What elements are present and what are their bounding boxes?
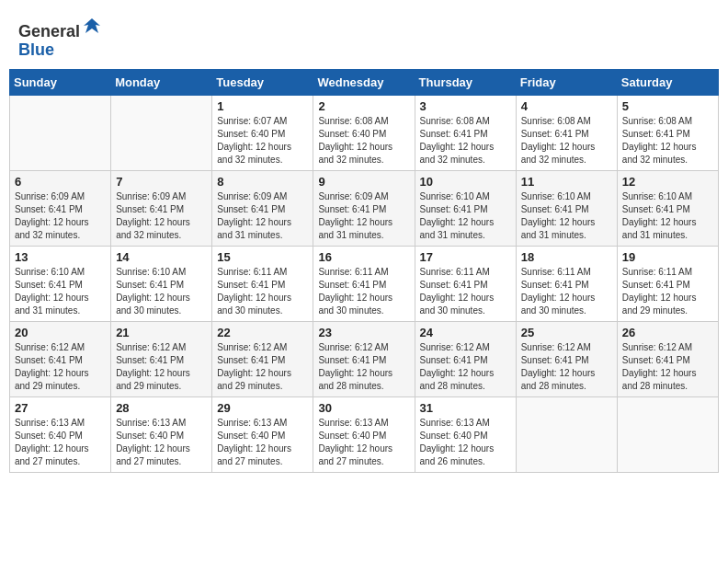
logo: General Blue — [18, 17, 102, 60]
weekday-saturday: Saturday — [617, 69, 718, 95]
day-number: 21 — [116, 326, 207, 339]
calendar-cell: 14Sunrise: 6:10 AM Sunset: 6:41 PM Dayli… — [111, 246, 212, 321]
calendar-week-5: 27Sunrise: 6:13 AM Sunset: 6:40 PM Dayli… — [10, 396, 719, 472]
calendar-week-1: 1Sunrise: 6:07 AM Sunset: 6:40 PM Daylig… — [10, 95, 719, 170]
day-number: 2 — [318, 99, 409, 113]
logo-blue-text: Blue — [18, 40, 54, 59]
day-number: 6 — [15, 175, 106, 189]
day-number: 7 — [116, 175, 207, 189]
day-info: Sunrise: 6:11 AM Sunset: 6:41 PM Dayligh… — [521, 266, 612, 317]
day-info: Sunrise: 6:11 AM Sunset: 6:41 PM Dayligh… — [318, 266, 409, 317]
day-info: Sunrise: 6:10 AM Sunset: 6:41 PM Dayligh… — [116, 266, 207, 317]
day-info: Sunrise: 6:13 AM Sunset: 6:40 PM Dayligh… — [318, 417, 409, 468]
calendar-cell: 7Sunrise: 6:09 AM Sunset: 6:41 PM Daylig… — [111, 170, 212, 246]
calendar-cell: 25Sunrise: 6:12 AM Sunset: 6:41 PM Dayli… — [516, 321, 617, 396]
day-number: 31 — [420, 401, 511, 415]
day-number: 1 — [217, 99, 308, 113]
day-info: Sunrise: 6:08 AM Sunset: 6:41 PM Dayligh… — [622, 115, 713, 167]
logo-general-text: General — [18, 22, 80, 40]
day-number: 8 — [217, 175, 308, 189]
day-number: 5 — [622, 99, 713, 113]
calendar-cell: 24Sunrise: 6:12 AM Sunset: 6:41 PM Dayli… — [415, 321, 516, 396]
day-number: 10 — [420, 175, 511, 189]
day-info: Sunrise: 6:09 AM Sunset: 6:41 PM Dayligh… — [318, 190, 409, 242]
calendar-cell — [617, 396, 718, 472]
calendar-cell: 15Sunrise: 6:11 AM Sunset: 6:41 PM Dayli… — [212, 246, 313, 321]
calendar-cell: 29Sunrise: 6:13 AM Sunset: 6:40 PM Dayli… — [212, 396, 313, 472]
day-info: Sunrise: 6:09 AM Sunset: 6:41 PM Dayligh… — [217, 190, 308, 242]
day-info: Sunrise: 6:09 AM Sunset: 6:41 PM Dayligh… — [15, 190, 106, 242]
calendar-body: 1Sunrise: 6:07 AM Sunset: 6:40 PM Daylig… — [10, 95, 719, 472]
day-info: Sunrise: 6:12 AM Sunset: 6:41 PM Dayligh… — [622, 341, 713, 393]
day-number: 27 — [15, 401, 106, 415]
weekday-tuesday: Tuesday — [212, 69, 313, 95]
calendar-cell: 10Sunrise: 6:10 AM Sunset: 6:41 PM Dayli… — [415, 170, 516, 246]
day-info: Sunrise: 6:11 AM Sunset: 6:41 PM Dayligh… — [420, 266, 511, 317]
calendar-cell: 5Sunrise: 6:08 AM Sunset: 6:41 PM Daylig… — [617, 95, 718, 170]
day-number: 15 — [217, 250, 308, 264]
calendar-cell: 18Sunrise: 6:11 AM Sunset: 6:41 PM Dayli… — [516, 246, 617, 321]
calendar-week-4: 20Sunrise: 6:12 AM Sunset: 6:41 PM Dayli… — [10, 321, 719, 396]
weekday-friday: Friday — [516, 69, 617, 95]
day-info: Sunrise: 6:12 AM Sunset: 6:41 PM Dayligh… — [217, 341, 308, 393]
day-info: Sunrise: 6:12 AM Sunset: 6:41 PM Dayligh… — [15, 341, 106, 393]
day-info: Sunrise: 6:07 AM Sunset: 6:40 PM Dayligh… — [217, 115, 308, 167]
calendar-cell: 17Sunrise: 6:11 AM Sunset: 6:41 PM Dayli… — [415, 246, 516, 321]
calendar-cell: 31Sunrise: 6:13 AM Sunset: 6:40 PM Dayli… — [415, 396, 516, 472]
calendar-cell: 6Sunrise: 6:09 AM Sunset: 6:41 PM Daylig… — [10, 170, 111, 246]
day-number: 22 — [217, 326, 308, 339]
weekday-wednesday: Wednesday — [313, 69, 415, 95]
day-number: 23 — [318, 326, 409, 339]
weekday-sunday: Sunday — [10, 69, 111, 95]
weekday-header-row: SundayMondayTuesdayWednesdayThursdayFrid… — [10, 69, 719, 95]
calendar-cell: 21Sunrise: 6:12 AM Sunset: 6:41 PM Dayli… — [111, 321, 212, 396]
calendar-table: SundayMondayTuesdayWednesdayThursdayFrid… — [9, 69, 719, 473]
calendar-cell: 3Sunrise: 6:08 AM Sunset: 6:41 PM Daylig… — [415, 95, 516, 170]
day-info: Sunrise: 6:08 AM Sunset: 6:41 PM Dayligh… — [521, 115, 612, 167]
weekday-thursday: Thursday — [415, 69, 516, 95]
calendar-cell: 27Sunrise: 6:13 AM Sunset: 6:40 PM Dayli… — [10, 396, 111, 472]
calendar-cell: 2Sunrise: 6:08 AM Sunset: 6:40 PM Daylig… — [313, 95, 415, 170]
day-number: 25 — [521, 326, 612, 339]
logo-bird-icon — [82, 17, 102, 37]
day-info: Sunrise: 6:13 AM Sunset: 6:40 PM Dayligh… — [420, 417, 511, 468]
calendar-cell: 8Sunrise: 6:09 AM Sunset: 6:41 PM Daylig… — [212, 170, 313, 246]
day-number: 14 — [116, 250, 207, 264]
day-info: Sunrise: 6:10 AM Sunset: 6:41 PM Dayligh… — [521, 190, 612, 242]
calendar-cell: 19Sunrise: 6:11 AM Sunset: 6:41 PM Dayli… — [617, 246, 718, 321]
day-number: 16 — [318, 250, 409, 264]
day-number: 30 — [318, 401, 409, 415]
day-number: 17 — [420, 250, 511, 264]
day-number: 9 — [318, 175, 409, 189]
day-number: 20 — [15, 326, 106, 339]
calendar-cell: 20Sunrise: 6:12 AM Sunset: 6:41 PM Dayli… — [10, 321, 111, 396]
day-info: Sunrise: 6:10 AM Sunset: 6:41 PM Dayligh… — [15, 266, 106, 317]
day-info: Sunrise: 6:12 AM Sunset: 6:41 PM Dayligh… — [420, 341, 511, 393]
day-number: 3 — [420, 99, 511, 113]
day-info: Sunrise: 6:08 AM Sunset: 6:41 PM Dayligh… — [420, 115, 511, 167]
day-info: Sunrise: 6:12 AM Sunset: 6:41 PM Dayligh… — [116, 341, 207, 393]
calendar-cell: 13Sunrise: 6:10 AM Sunset: 6:41 PM Dayli… — [10, 246, 111, 321]
calendar-cell: 30Sunrise: 6:13 AM Sunset: 6:40 PM Dayli… — [313, 396, 415, 472]
calendar-cell — [516, 396, 617, 472]
calendar-cell: 26Sunrise: 6:12 AM Sunset: 6:41 PM Dayli… — [617, 321, 718, 396]
calendar-cell: 4Sunrise: 6:08 AM Sunset: 6:41 PM Daylig… — [516, 95, 617, 170]
calendar-cell: 16Sunrise: 6:11 AM Sunset: 6:41 PM Dayli… — [313, 246, 415, 321]
calendar-cell: 12Sunrise: 6:10 AM Sunset: 6:41 PM Dayli… — [617, 170, 718, 246]
day-number: 28 — [116, 401, 207, 415]
day-number: 11 — [521, 175, 612, 189]
day-number: 29 — [217, 401, 308, 415]
day-info: Sunrise: 6:10 AM Sunset: 6:41 PM Dayligh… — [420, 190, 511, 242]
calendar-cell: 23Sunrise: 6:12 AM Sunset: 6:41 PM Dayli… — [313, 321, 415, 396]
calendar-cell — [10, 95, 111, 170]
day-info: Sunrise: 6:13 AM Sunset: 6:40 PM Dayligh… — [217, 417, 308, 468]
day-info: Sunrise: 6:13 AM Sunset: 6:40 PM Dayligh… — [116, 417, 207, 468]
day-number: 4 — [521, 99, 612, 113]
day-info: Sunrise: 6:10 AM Sunset: 6:41 PM Dayligh… — [622, 190, 713, 242]
calendar-cell: 28Sunrise: 6:13 AM Sunset: 6:40 PM Dayli… — [111, 396, 212, 472]
day-number: 19 — [622, 250, 713, 264]
calendar-cell: 11Sunrise: 6:10 AM Sunset: 6:41 PM Dayli… — [516, 170, 617, 246]
calendar-cell: 9Sunrise: 6:09 AM Sunset: 6:41 PM Daylig… — [313, 170, 415, 246]
day-info: Sunrise: 6:13 AM Sunset: 6:40 PM Dayligh… — [15, 417, 106, 468]
calendar-cell — [111, 95, 212, 170]
